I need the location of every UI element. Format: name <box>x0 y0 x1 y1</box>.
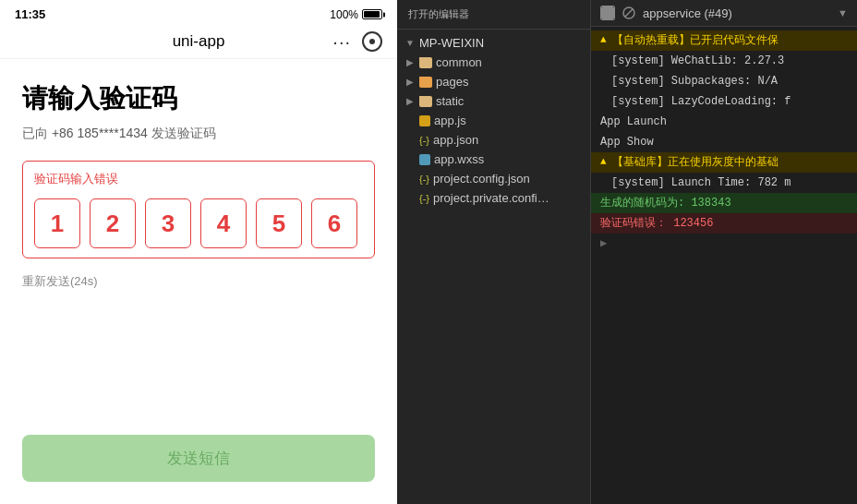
error-container: 验证码输入错误 1 2 3 4 5 6 <box>22 161 375 258</box>
digit-4[interactable]: 4 <box>200 198 247 248</box>
error-label: 验证码输入错误 <box>34 171 363 187</box>
log-text-foundation: 【基础库】正在使用灰度中的基础 <box>612 154 779 171</box>
tree-label-appjson: app.json <box>433 133 478 147</box>
status-time: 11:35 <box>15 7 45 21</box>
tree-label-projectconfig: project.config.json <box>433 172 530 186</box>
send-sms-button[interactable]: 发送短信 <box>22 435 375 482</box>
digit-1[interactable]: 1 <box>34 198 80 248</box>
log-text-appshow: App Show <box>600 134 654 150</box>
nav-target-button[interactable] <box>362 31 382 52</box>
file-tree: 打开的编辑器 ▼ MP-WEIXIN ▶ common ▶ pages ▶ st… <box>397 0 591 504</box>
tree-label-appwxss: app.wxss <box>434 152 484 166</box>
verify-title: 请输入验证码 <box>22 81 375 116</box>
tree-item-pages[interactable]: ▶ pages <box>397 72 590 91</box>
phone-content: 请输入验证码 已向 +86 185****1434 发送验证码 验证码输入错误 … <box>0 59 397 420</box>
project-name: MP-WEIXIN <box>419 36 484 50</box>
file-tree-section: ▼ MP-WEIXIN ▶ common ▶ pages ▶ static <box>397 30 590 211</box>
tree-label-appjs: app.js <box>434 114 466 127</box>
nav-title: uni-app <box>173 32 225 51</box>
console-body: ▲ 【自动热重载】已开启代码文件保 [system] WeChatLib: 2.… <box>591 27 857 504</box>
svg-line-1 <box>625 9 633 17</box>
log-text-applaunch: App Launch <box>600 114 667 130</box>
file-icon-projectprivate: {-} <box>419 193 429 204</box>
digit-6[interactable]: 6 <box>311 198 357 248</box>
tree-item-appjson[interactable]: {-} app.json <box>397 130 590 150</box>
file-icon-appwxss <box>419 154 430 165</box>
digit-3[interactable]: 3 <box>145 198 191 248</box>
phone-nav-bar: uni-app ··· <box>0 25 397 59</box>
nav-more-button[interactable]: ··· <box>332 31 351 53</box>
log-warn-hotreload: ▲ 【自动热重载】已开启代码文件保 <box>591 30 857 51</box>
log-lazycodeloading: [system] LazyCodeLoading: f <box>591 91 857 112</box>
resend-text[interactable]: 重新发送(24s) <box>22 273 375 290</box>
tree-item-appwxss[interactable]: app.wxss <box>397 150 590 169</box>
phone-status-bar: 11:35 100% <box>0 0 397 25</box>
log-subpackages: [system] Subpackages: N/A <box>591 71 857 91</box>
log-appshow: App Show <box>591 132 857 152</box>
project-header[interactable]: ▼ MP-WEIXIN <box>397 33 590 53</box>
log-applaunch: App Launch <box>591 112 857 132</box>
tree-label-pages: pages <box>436 75 468 89</box>
digit-boxes: 1 2 3 4 5 6 <box>34 198 363 248</box>
status-right: 100% <box>330 8 382 21</box>
battery-icon <box>362 9 382 19</box>
log-text-subpackages: [system] Subpackages: N/A <box>611 73 778 90</box>
folder-icon-common <box>419 57 432 68</box>
console-ban-icon <box>622 6 635 19</box>
console-title: appservice (#49) <box>643 6 830 20</box>
log-verify-error: 验证码错误： 123456 <box>591 213 857 234</box>
log-arrow: ▶ <box>591 234 857 254</box>
file-tree-header[interactable]: 打开的编辑器 <box>397 0 590 30</box>
log-text-hotreload: 【自动热重载】已开启代码文件保 <box>612 32 779 49</box>
tree-item-static[interactable]: ▶ static <box>397 91 590 111</box>
tree-item-common[interactable]: ▶ common <box>397 53 590 72</box>
console-expand-arrow[interactable]: ▶ <box>600 235 607 252</box>
tree-label-static: static <box>436 94 464 108</box>
folder-icon-pages <box>419 77 432 88</box>
editor-panel: 打开的编辑器 ▼ MP-WEIXIN ▶ common ▶ pages ▶ st… <box>397 0 857 504</box>
console-header: appservice (#49) ▼ <box>591 0 857 27</box>
log-launchtime: [system] Launch Time: 782 m <box>591 173 857 193</box>
log-text-randomcode: 生成的随机码为: 138343 <box>600 195 731 211</box>
warn-icon: ▲ <box>600 32 607 48</box>
file-icon-projectconfig: {-} <box>419 174 429 185</box>
tree-label-projectprivate: project.private.config.js... <box>433 191 553 205</box>
battery-fill <box>364 11 380 18</box>
file-icon-appjson: {-} <box>419 135 429 146</box>
tree-item-appjs[interactable]: app.js <box>397 111 590 130</box>
log-text-launchtime: [system] Launch Time: 782 m <box>611 174 791 191</box>
project-arrow: ▼ <box>404 38 416 48</box>
digit-2[interactable]: 2 <box>90 198 136 248</box>
phone-panel: 11:35 100% uni-app ··· 请输入验证码 已向 +86 185… <box>0 0 397 504</box>
log-warn-foundation: ▲ 【基础库】正在使用灰度中的基础 <box>591 152 857 173</box>
console-page-icon <box>600 6 615 20</box>
console-block-inner <box>601 6 614 19</box>
tree-item-projectprivate[interactable]: {-} project.private.config.js... <box>397 188 590 208</box>
log-text-verifyerror: 验证码错误： 123456 <box>600 215 713 232</box>
tree-label-common: common <box>436 55 482 69</box>
file-icon-appjs <box>419 115 430 126</box>
log-wechatlib: [system] WeChatLib: 2.27.3 <box>591 51 857 71</box>
verify-subtitle: 已向 +86 185****1434 发送验证码 <box>22 126 375 142</box>
console-panel: appservice (#49) ▼ ▲ 【自动热重载】已开启代码文件保 [sy… <box>591 0 857 504</box>
log-random-code: 生成的随机码为: 138343 <box>591 193 857 213</box>
folder-icon-static <box>419 96 432 107</box>
log-text-wechatlib: [system] WeChatLib: 2.27.3 <box>611 53 784 69</box>
tree-item-projectconfig[interactable]: {-} project.config.json <box>397 169 590 188</box>
digit-5[interactable]: 5 <box>256 198 302 248</box>
warn-icon-2: ▲ <box>600 154 607 170</box>
console-dropdown[interactable]: ▼ <box>838 7 848 18</box>
phone-bottom: 发送短信 <box>0 420 397 504</box>
battery-percent: 100% <box>330 8 358 21</box>
log-text-lazycodeloading: [system] LazyCodeLoading: f <box>611 93 791 110</box>
